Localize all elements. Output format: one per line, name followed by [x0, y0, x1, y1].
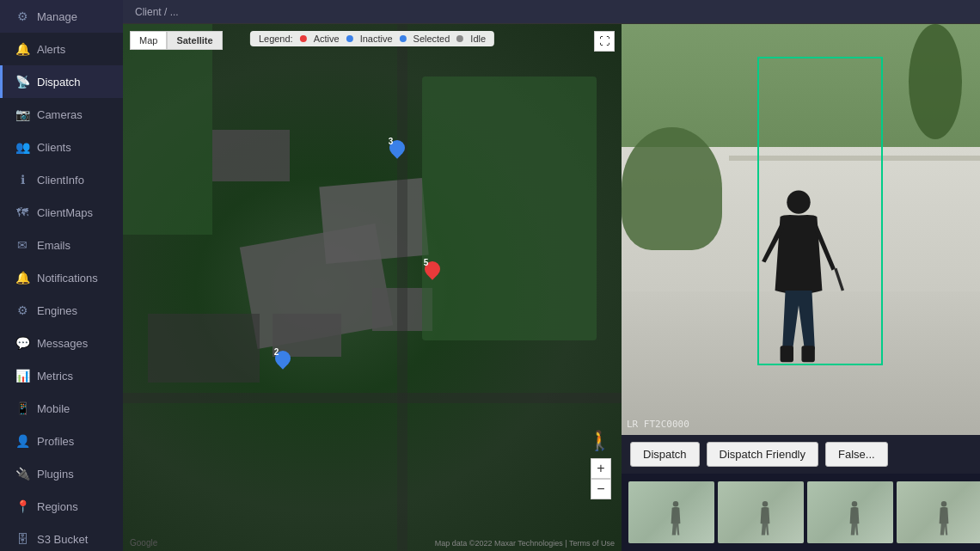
sidebar-item-mobile[interactable]: 📱 Mobile [0, 392, 123, 425]
clientinfo-icon: ℹ [15, 172, 30, 187]
sidebar-label-cameras: Cameras [37, 108, 83, 121]
messages-icon: 💬 [15, 335, 30, 351]
zoom-out-button[interactable]: − [591, 479, 611, 499]
sidebar-label-regions: Regions [37, 500, 78, 513]
emails-icon: ✉ [15, 237, 30, 253]
sidebar-item-clientmaps[interactable]: 🗺 ClientMaps [0, 196, 123, 229]
camera-feed: LR FT2C0000 [622, 24, 980, 435]
legend-idle-dot [456, 35, 463, 42]
false-alarm-button[interactable]: False... [825, 442, 888, 467]
sidebar-label-metrics: Metrics [37, 370, 73, 383]
sidebar-label-alerts: Alerts [37, 43, 65, 56]
sidebar-item-notifications[interactable]: 🔔 Notifications [0, 261, 123, 294]
svg-point-5 [763, 501, 768, 506]
sidebar-item-metrics[interactable]: 📊 Metrics [0, 359, 123, 392]
clientmaps-icon: 🗺 [15, 205, 30, 220]
map-background [123, 24, 622, 551]
sidebar-item-profiles[interactable]: 👤 Profiles [0, 425, 123, 457]
map-expand-button[interactable]: ⛶ [594, 31, 615, 52]
thumbnail-strip [622, 474, 980, 551]
sidebar-label-messages: Messages [37, 337, 88, 350]
map-legend: Legend: Active Inactive Selected Idle [250, 31, 494, 46]
sidebar-label-clientinfo: ClientInfo [37, 174, 84, 187]
sidebar-item-plugins[interactable]: 🔌 Plugins [0, 457, 123, 490]
main-content: Client / ... [123, 0, 980, 551]
legend-selected-dot [400, 35, 407, 42]
sidebar-item-s3bucket[interactable]: 🗄 S3 Bucket [0, 523, 123, 551]
s3bucket-icon: 🗄 [15, 531, 30, 547]
sidebar-label-notifications: Notifications [37, 272, 98, 285]
detection-bounding-box [757, 57, 883, 365]
sidebar-label-engines: Engines [37, 304, 77, 317]
cameras-icon: 📷 [15, 107, 30, 122]
top-bar: Client / ... [123, 0, 980, 24]
svg-point-7 [941, 501, 946, 506]
sidebar-label-clientmaps: ClientMaps [37, 206, 93, 219]
dispatch-icon: 📡 [15, 74, 30, 89]
svg-point-4 [673, 501, 678, 506]
camera-image: LR FT2C0000 [622, 24, 980, 435]
plugins-icon: 🔌 [15, 466, 30, 481]
map-type-buttons: Map Satellite [130, 31, 223, 50]
sidebar-label-clients: Clients [37, 141, 71, 154]
content-area: Map Satellite Legend: Active Inactive Se… [123, 24, 980, 551]
thumbnail-3[interactable] [897, 481, 980, 543]
svg-point-6 [852, 501, 857, 506]
sidebar-label-manage: Manage [37, 10, 77, 23]
legend-label: Legend: [259, 34, 293, 44]
sidebar-item-manage[interactable]: ⚙ Manage [0, 0, 123, 33]
sidebar-label-s3bucket: S3 Bucket [37, 533, 88, 546]
sidebar-item-dispatch[interactable]: 📡 Dispatch [0, 65, 123, 98]
legend-active-dot [300, 35, 307, 42]
camera-timestamp: LR FT2C0000 [627, 419, 689, 430]
notifications-icon: 🔔 [15, 270, 30, 285]
map-pin-3[interactable]: 3 [389, 140, 406, 164]
thumbnail-1[interactable] [718, 481, 804, 543]
legend-inactive-dot [346, 35, 353, 42]
mobile-icon: 📱 [15, 401, 30, 416]
action-buttons-bar: Dispatch Dispatch Friendly False... [622, 435, 980, 474]
sidebar-label-plugins: Plugins [37, 468, 74, 481]
sidebar-item-emails[interactable]: ✉ Emails [0, 229, 123, 261]
camera-area: LR FT2C0000 Dispatch Dispatch Friendly F… [622, 24, 980, 551]
thumbnail-0[interactable] [628, 481, 714, 543]
zoom-in-button[interactable]: + [591, 458, 611, 479]
sidebar-label-mobile: Mobile [37, 402, 70, 415]
legend-inactive-label: Inactive [360, 34, 393, 44]
dispatch-button[interactable]: Dispatch [630, 442, 700, 467]
sidebar-label-dispatch: Dispatch [37, 76, 81, 89]
thumbnail-2[interactable] [807, 481, 893, 543]
map-btn[interactable]: Map [130, 31, 167, 50]
sidebar-item-clients[interactable]: 👥 Clients [0, 131, 123, 163]
sidebar-item-regions[interactable]: 📍 Regions [0, 490, 123, 523]
sidebar-label-emails: Emails [37, 239, 70, 252]
sidebar-item-messages[interactable]: 💬 Messages [0, 327, 123, 359]
map-inner: Map Satellite Legend: Active Inactive Se… [123, 24, 622, 551]
map-container: Map Satellite Legend: Active Inactive Se… [123, 24, 622, 551]
sidebar-item-engines[interactable]: ⚙ Engines [0, 294, 123, 327]
breadcrumb: Client / ... [135, 6, 179, 18]
sidebar-item-clientinfo[interactable]: ℹ ClientInfo [0, 163, 123, 196]
alerts-icon: 🔔 [15, 41, 30, 57]
metrics-icon: 📊 [15, 368, 30, 383]
map-pin-5[interactable]: 5 [424, 261, 441, 285]
dispatch-friendly-button[interactable]: Dispatch Friendly [707, 442, 818, 467]
satellite-btn[interactable]: Satellite [167, 31, 222, 50]
map-attribution: Map data ©2022 Maxar Technologies | Term… [435, 539, 615, 548]
legend-idle-label: Idle [470, 34, 486, 44]
pegman-icon[interactable]: 🚶 [588, 430, 611, 452]
legend-active-label: Active [314, 34, 340, 44]
clients-icon: 👥 [15, 139, 30, 155]
regions-icon: 📍 [15, 499, 30, 514]
sidebar-item-cameras[interactable]: 📷 Cameras [0, 98, 123, 131]
legend-selected-label: Selected [413, 34, 450, 44]
engines-icon: ⚙ [15, 303, 30, 318]
profiles-icon: 👤 [15, 433, 30, 449]
map-google-label: Google [130, 538, 157, 548]
manage-icon: ⚙ [15, 9, 30, 24]
sidebar: ⚙ Manage 🔔 Alerts 📡 Dispatch 📷 Cameras 👥… [0, 0, 123, 551]
sidebar-label-profiles: Profiles [37, 435, 74, 448]
map-pin-2[interactable]: 2 [274, 351, 291, 375]
map-zoom-controls: + − [591, 458, 611, 499]
sidebar-item-alerts[interactable]: 🔔 Alerts [0, 33, 123, 65]
